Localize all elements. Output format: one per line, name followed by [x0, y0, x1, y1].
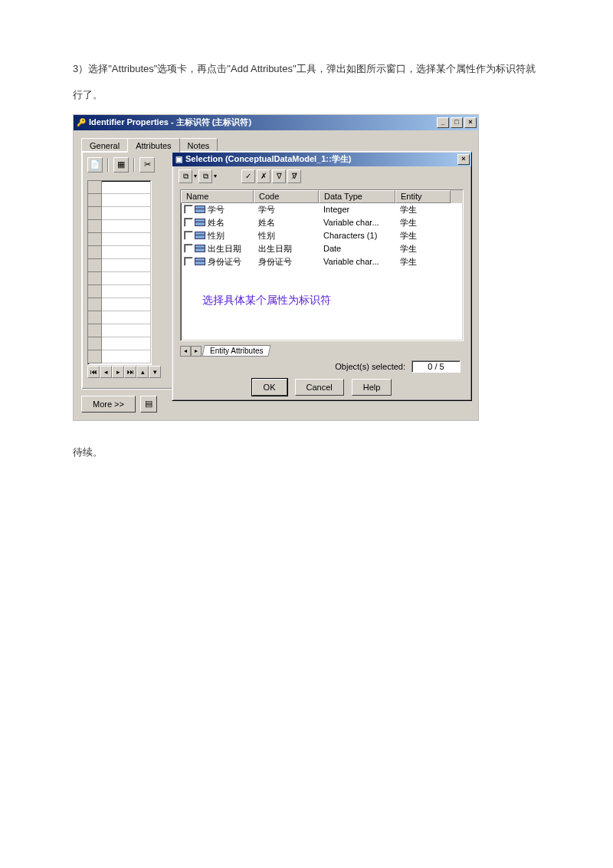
tool-icon-1[interactable]: ✓: [241, 169, 255, 183]
entity-icon: [195, 232, 205, 239]
dialog-title: Selection (ConceptualDataModel_1::学生): [185, 153, 351, 165]
tobecontinued-text: 待续。: [73, 439, 540, 465]
checkbox[interactable]: [184, 205, 193, 214]
sheet-tab[interactable]: Entity Attributes: [202, 345, 271, 357]
nav-up-icon[interactable]: ▴: [136, 366, 149, 378]
dialog-button-row: OK Cancel Help: [172, 379, 471, 396]
entity-icon: [195, 205, 205, 213]
tool-icon-2[interactable]: ✗: [257, 169, 270, 183]
paste-icon[interactable]: ⧉: [198, 169, 212, 183]
tab-strip: General Attributes Notes: [81, 136, 470, 152]
window-title: Identifier Properties - 主标识符 (主标识符): [89, 117, 251, 128]
cut-icon[interactable]: ✂: [139, 157, 155, 173]
annotation-text: 选择具体某个属性为标识符: [202, 294, 331, 307]
tab-notes[interactable]: Notes: [179, 138, 218, 152]
attribute-list[interactable]: Name Code Data Type Entity 学号 学号 Integer…: [180, 189, 464, 341]
tab-general[interactable]: General: [81, 138, 128, 152]
entity-icon: [195, 245, 205, 252]
maximize-button[interactable]: □: [451, 117, 463, 128]
col-code[interactable]: Code: [254, 190, 319, 203]
dialog-toolbar: ⧉ ▾ ⧉ ▾ ✓ ✗ ∇ ∇̸: [172, 166, 471, 186]
checkbox[interactable]: [184, 257, 193, 266]
attributes-toolbar: 📄 ▦ ✂: [87, 157, 155, 173]
nav-prev-icon[interactable]: ◂: [100, 366, 112, 378]
nav-first-icon[interactable]: ⏮: [87, 366, 100, 378]
checkbox[interactable]: [184, 218, 193, 227]
col-dtype[interactable]: Data Type: [319, 190, 395, 203]
dialog-icon: ▣: [175, 155, 182, 163]
ok-button[interactable]: OK: [252, 379, 287, 396]
more-button[interactable]: More >>: [81, 396, 136, 413]
properties-icon[interactable]: 📄: [87, 157, 103, 173]
status-count: 0 / 5: [411, 360, 461, 373]
sheet-prev-icon[interactable]: ◂: [180, 346, 191, 357]
help-button[interactable]: Help: [352, 379, 392, 396]
col-entity[interactable]: Entity: [395, 190, 451, 203]
screenshot-region: 🔑 Identifier Properties - 主标识符 (主标识符) _ …: [73, 114, 479, 421]
sheet-next-icon[interactable]: ▸: [191, 346, 202, 357]
checkbox[interactable]: [184, 244, 193, 253]
list-header: Name Code Data Type Entity: [181, 190, 463, 203]
filter-icon[interactable]: ∇: [272, 169, 286, 183]
dialog-close-button[interactable]: ×: [457, 154, 470, 165]
dialog-titlebar: ▣ Selection (ConceptualDataModel_1::学生) …: [172, 153, 471, 166]
list-body: 学号 学号 Integer 学生 姓名 姓名 Variable char... …: [181, 203, 463, 268]
insert-row-icon[interactable]: ▦: [113, 157, 129, 173]
list-view-icon[interactable]: ▤: [140, 396, 157, 413]
cancel-button[interactable]: Cancel: [295, 379, 344, 396]
window-titlebar: 🔑 Identifier Properties - 主标识符 (主标识符) _ …: [74, 115, 478, 130]
copy-icon[interactable]: ⧉: [179, 169, 192, 183]
list-item[interactable]: 学号 学号 Integer 学生: [181, 203, 463, 216]
attribute-grid[interactable]: [87, 180, 152, 365]
tab-attributes[interactable]: Attributes: [127, 138, 179, 153]
checkbox[interactable]: [184, 231, 193, 240]
key-icon: 🔑: [77, 118, 86, 127]
nav-last-icon[interactable]: ⏭: [124, 366, 136, 378]
dialog-status: Object(s) selected: 0 / 5: [335, 360, 461, 373]
selection-dialog: ▣ Selection (ConceptualDataModel_1::学生) …: [172, 152, 472, 401]
nav-next-icon[interactable]: ▸: [112, 366, 124, 378]
sheet-tabstrip: ◂ ▸ Entity Attributes: [180, 344, 270, 358]
grid-navigator: ⏮ ◂ ▸ ⏭ ▴ ▾: [87, 366, 179, 378]
entity-icon: [195, 258, 205, 265]
status-label: Object(s) selected:: [335, 362, 405, 371]
col-name[interactable]: Name: [181, 190, 254, 203]
close-button[interactable]: ×: [464, 117, 477, 128]
list-item[interactable]: 性别 性别 Characters (1) 学生: [181, 229, 463, 242]
instruction-paragraph: 3）选择"Attributes"选项卡，再点击"Add Attributes"工…: [73, 56, 540, 108]
clear-filter-icon[interactable]: ∇̸: [287, 169, 301, 183]
nav-down-icon[interactable]: ▾: [149, 366, 161, 378]
minimize-button[interactable]: _: [437, 117, 449, 128]
list-item[interactable]: 出生日期 出生日期 Date 学生: [181, 242, 463, 255]
entity-icon: [195, 219, 205, 226]
list-item[interactable]: 身份证号 身份证号 Variable char... 学生: [181, 255, 463, 268]
list-item[interactable]: 姓名 姓名 Variable char... 学生: [181, 216, 463, 229]
